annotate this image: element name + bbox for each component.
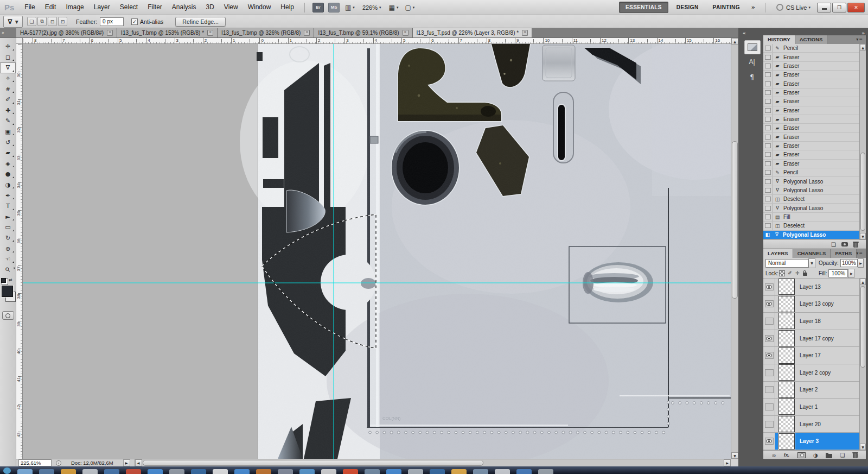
layer-visibility-toggle[interactable] bbox=[763, 279, 775, 295]
history-source-well[interactable] bbox=[763, 133, 773, 141]
layer-thumbnail[interactable] bbox=[778, 382, 795, 398]
swap-colors-icon[interactable]: ⇄ bbox=[9, 277, 12, 282]
scroll-right-icon[interactable]: ▶ bbox=[724, 459, 731, 466]
history-state-row[interactable]: ◧ ▰ Eraser bbox=[763, 97, 860, 106]
status-menu-icon[interactable]: ▶ bbox=[123, 459, 130, 466]
blend-mode-dropdown-icon[interactable]: ▼ bbox=[808, 258, 815, 268]
layer-row[interactable]: Layer 20 bbox=[763, 416, 860, 433]
horizontal-scroll-thumb[interactable] bbox=[143, 460, 483, 466]
menu-item[interactable]: Window bbox=[243, 0, 276, 15]
close-icon[interactable]: × bbox=[522, 30, 528, 36]
taskbar-icon[interactable] bbox=[213, 469, 228, 474]
pen-tool[interactable]: ✒ bbox=[0, 190, 16, 201]
delete-state-icon[interactable] bbox=[853, 243, 858, 248]
history-source-well[interactable] bbox=[763, 53, 773, 61]
collapsed-panel-paragraph-icon[interactable]: ¶ bbox=[744, 72, 760, 83]
eraser-tool[interactable]: ▰ bbox=[0, 148, 16, 159]
history-state-row[interactable]: ◧ ▤ Fill bbox=[763, 213, 860, 222]
dodge-tool[interactable]: ◑ bbox=[0, 180, 16, 191]
document-tab[interactable]: I13_fus_T.bmp @ 326% (RGB/8) × bbox=[218, 28, 314, 37]
opacity-value[interactable]: 100% bbox=[840, 259, 858, 267]
blur-tool[interactable]: ● bbox=[0, 169, 16, 180]
intersect-selection-icon[interactable]: ⊡ bbox=[58, 17, 67, 26]
history-source-well[interactable] bbox=[763, 97, 773, 105]
taskbar-icon[interactable] bbox=[538, 469, 553, 474]
history-state-row[interactable]: ◧ ◫ Deselect bbox=[763, 195, 860, 204]
layer-visibility-toggle[interactable] bbox=[763, 399, 775, 415]
layer-visibility-toggle[interactable] bbox=[763, 347, 775, 364]
history-state-row[interactable]: ◧ ∇ Polygonal Lasso bbox=[763, 204, 860, 212]
rectangular-marquee-tool[interactable]: ◻ bbox=[0, 52, 16, 63]
history-state-row[interactable]: ◧ ✎ Pencil bbox=[763, 168, 860, 177]
quick-selection-tool[interactable]: ✧ bbox=[0, 73, 16, 84]
pencil-tool[interactable]: ✎ bbox=[0, 116, 16, 127]
new-document-from-state-icon[interactable]: ❏ bbox=[831, 242, 836, 248]
layer-style-icon[interactable]: fx. bbox=[784, 452, 790, 458]
history-state-row[interactable]: ◧ ▰ Eraser bbox=[763, 89, 860, 97]
menu-item[interactable]: 3D bbox=[201, 0, 219, 15]
layer-row[interactable]: Layer 17 bbox=[763, 347, 860, 364]
bridge-button[interactable]: Br bbox=[312, 3, 324, 12]
layer-thumbnail[interactable] bbox=[778, 296, 795, 312]
panel-tab[interactable]: CHANNELS bbox=[793, 249, 831, 258]
taskbar-icon[interactable] bbox=[516, 469, 532, 474]
history-source-well[interactable] bbox=[763, 142, 773, 150]
layers-scrollbar[interactable]: ▲ ▼ bbox=[859, 279, 866, 450]
menu-item[interactable]: File bbox=[20, 0, 40, 15]
type-tool[interactable]: T bbox=[0, 201, 16, 212]
history-state-row[interactable]: ◧ ▰ Eraser bbox=[763, 53, 860, 61]
add-to-selection-icon[interactable]: ⧉ bbox=[37, 17, 47, 26]
history-state-row[interactable]: ◧ ▰ Eraser bbox=[763, 79, 860, 88]
taskbar-icon[interactable] bbox=[191, 469, 206, 474]
screen-mode-icon[interactable]: ▢▾ bbox=[405, 4, 414, 11]
anti-alias-checkbox[interactable]: ✓ bbox=[131, 18, 138, 25]
arrange-documents-icon[interactable]: ▦▾ bbox=[389, 4, 399, 11]
layer-visibility-toggle[interactable] bbox=[763, 296, 775, 313]
layer-thumbnail[interactable] bbox=[778, 330, 795, 346]
layer-row[interactable]: Layer 1 bbox=[763, 399, 860, 416]
panel-tab[interactable]: LAYERS bbox=[763, 249, 793, 258]
close-button[interactable]: ✕ bbox=[847, 3, 865, 12]
scroll-down-icon[interactable]: ▼ bbox=[731, 452, 738, 459]
layer-thumbnail[interactable] bbox=[778, 347, 795, 364]
minimize-button[interactable] bbox=[817, 3, 831, 12]
history-source-well[interactable] bbox=[763, 168, 773, 176]
taskbar-icon[interactable] bbox=[451, 469, 467, 474]
history-brush-tool[interactable]: ↺ bbox=[0, 137, 16, 148]
new-snapshot-icon[interactable] bbox=[841, 242, 848, 247]
taskbar-icon[interactable] bbox=[17, 469, 33, 474]
taskbar-icon[interactable] bbox=[39, 469, 54, 474]
taskbar-icon[interactable] bbox=[299, 469, 315, 474]
history-state-row[interactable]: ◧ ∇ Polygonal Lasso bbox=[763, 186, 860, 195]
taskbar-icon[interactable] bbox=[365, 469, 380, 474]
document-tab[interactable]: I13_fus_T.psd @ 226% (Layer 3, RGB/8) * … bbox=[413, 28, 533, 37]
close-icon[interactable]: × bbox=[107, 30, 113, 36]
history-source-well[interactable] bbox=[763, 222, 773, 230]
taskbar-icon[interactable] bbox=[148, 469, 163, 474]
quick-mask-button[interactable] bbox=[2, 311, 14, 320]
layer-visibility-toggle[interactable] bbox=[763, 382, 775, 399]
layer-row[interactable]: Layer 18 bbox=[763, 313, 860, 330]
layer-row[interactable]: Layer 13 bbox=[763, 279, 860, 296]
panel-menu-icon[interactable]: ▾≡ bbox=[856, 37, 865, 42]
scroll-thumb[interactable] bbox=[860, 286, 865, 368]
history-source-well[interactable] bbox=[763, 79, 773, 87]
scroll-left-icon[interactable]: ◀ bbox=[135, 459, 142, 466]
crop-tool[interactable]: # bbox=[0, 84, 16, 94]
zoom-percentage-field[interactable]: 225,61% bbox=[18, 459, 52, 466]
workspace-button[interactable]: ESSENTIALS bbox=[619, 2, 668, 13]
taskbar-icon[interactable] bbox=[473, 469, 488, 474]
default-colors-icon[interactable] bbox=[2, 279, 8, 285]
layer-visibility-toggle[interactable] bbox=[763, 364, 775, 381]
lock-pixels-icon[interactable]: ✐ bbox=[786, 270, 794, 276]
history-state-row[interactable]: ◧ ✎ Pencil bbox=[763, 44, 860, 53]
cs-live-menu[interactable]: CS Live▾ bbox=[776, 4, 810, 11]
layer-thumbnail[interactable] bbox=[778, 433, 795, 450]
taskbar-icon[interactable] bbox=[321, 469, 336, 474]
history-state-row[interactable]: ◧ ∇ Polygonal Lasso bbox=[763, 231, 860, 239]
menu-item[interactable]: Edit bbox=[40, 0, 61, 15]
layer-thumbnail[interactable] bbox=[778, 279, 795, 295]
fill-slider-icon[interactable]: ▶ bbox=[848, 269, 854, 278]
layer-row[interactable]: Layer 2 bbox=[763, 382, 860, 399]
horizontal-ruler[interactable]: 87654321012345678910111213141516 bbox=[23, 38, 731, 44]
